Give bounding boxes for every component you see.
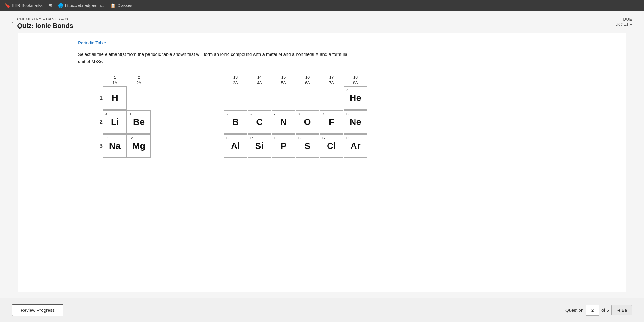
- review-progress-button[interactable]: Review Progress: [12, 304, 63, 316]
- group-header-2: 2 2A: [127, 75, 151, 86]
- element-Ne[interactable]: 10 Ne: [344, 110, 367, 134]
- table-row-1: 1 1 H: [91, 86, 367, 110]
- due-block: DUE Dec 11 –: [615, 17, 632, 26]
- url-bar[interactable]: 🌐 https://ebr.edgear.h...: [58, 3, 105, 8]
- element-Ar[interactable]: 18 Ar: [344, 134, 367, 158]
- question-text: Select all the element(s) from the perio…: [78, 51, 348, 65]
- header-left: ‹ CHEMISTRY – BANKS – 06 Quiz: Ionic Bon…: [12, 17, 73, 30]
- classes-tab[interactable]: 📋 Classes: [110, 3, 132, 8]
- element-N-cell[interactable]: 7 N: [272, 110, 295, 134]
- group-header-row: 1 1A 2 2A: [91, 75, 367, 86]
- element-O-cell[interactable]: 8 O: [296, 110, 319, 134]
- element-He[interactable]: 2 He: [344, 86, 367, 110]
- row-label-1: 1: [91, 86, 103, 110]
- periodic-table: 1 1A 2 2A: [90, 74, 614, 158]
- element-P[interactable]: 15 P: [272, 134, 295, 158]
- breadcrumb: CHEMISTRY – BANKS – 06: [17, 17, 73, 21]
- element-S-cell[interactable]: 16 S: [296, 134, 319, 158]
- group-header-1: 1 1A: [103, 75, 127, 86]
- due-date: Dec 11 –: [615, 22, 632, 26]
- question-of-total: of 5: [601, 308, 609, 313]
- element-S[interactable]: 16 S: [296, 134, 319, 158]
- classes-label: Classes: [117, 3, 132, 8]
- element-Cl-cell[interactable]: 17 Cl: [320, 134, 343, 158]
- row3-gap: [151, 134, 223, 158]
- row1-col9-empty: [296, 86, 319, 110]
- element-P-cell[interactable]: 15 P: [272, 134, 295, 158]
- element-F[interactable]: 9 F: [320, 110, 343, 134]
- periodic-table-grid: 1 1A 2 2A: [90, 74, 368, 158]
- element-N[interactable]: 7 N: [272, 110, 295, 134]
- page-header: ‹ CHEMISTRY – BANKS – 06 Quiz: Ionic Bon…: [0, 11, 644, 33]
- row1-gap: [151, 86, 223, 110]
- element-Mg-cell[interactable]: 12 Mg: [127, 134, 151, 158]
- group-header-13: 13 3A: [224, 75, 247, 86]
- main-wrapper: ‹ CHEMISTRY – BANKS – 06 Quiz: Ionic Bon…: [0, 11, 644, 322]
- element-F-cell[interactable]: 9 F: [320, 110, 343, 134]
- bookmarks-item: 🔖 EER Bookmarks: [5, 3, 43, 8]
- browser-bar: 🔖 EER Bookmarks ⊞ 🌐 https://ebr.edgear.h…: [0, 0, 644, 11]
- due-label: DUE: [615, 17, 632, 22]
- row1-col10-empty: [320, 86, 343, 110]
- element-Ne-cell[interactable]: 10 Ne: [344, 110, 367, 134]
- back-nav-button[interactable]: ◄ Ba: [611, 305, 632, 315]
- element-H[interactable]: 1 H: [103, 86, 127, 110]
- element-Al-cell[interactable]: 13 Al: [224, 134, 247, 158]
- element-Si[interactable]: 14 Si: [248, 134, 271, 158]
- element-He-cell[interactable]: 2 He: [344, 86, 367, 110]
- element-Mg[interactable]: 12 Mg: [127, 134, 151, 158]
- bookmarks-label: EER Bookmarks: [12, 3, 43, 8]
- quiz-title: Quiz: Ionic Bonds: [17, 22, 73, 30]
- element-O[interactable]: 8 O: [296, 110, 319, 134]
- row-label-2: 2: [91, 110, 103, 134]
- element-B[interactable]: 5 B: [224, 110, 247, 134]
- element-Na[interactable]: 11 Na: [103, 134, 127, 158]
- bottom-bar: Review Progress Question 2 of 5 ◄ Ba: [0, 298, 644, 322]
- element-Li-cell[interactable]: 3 Li: [103, 110, 127, 134]
- row1-col6-empty: [224, 86, 247, 110]
- row2-gap: [151, 110, 223, 134]
- row-label-3: 3: [91, 134, 103, 158]
- url-favicon: 🌐: [58, 3, 63, 8]
- element-Be-cell[interactable]: 4 Be: [127, 110, 151, 134]
- element-Cl[interactable]: 17 Cl: [320, 134, 343, 158]
- back-button[interactable]: ‹: [12, 18, 14, 26]
- element-Si-cell[interactable]: 14 Si: [248, 134, 271, 158]
- element-C-cell[interactable]: 6 C: [248, 110, 271, 134]
- classes-icon: 📋: [110, 3, 115, 8]
- header-title-block: CHEMISTRY – BANKS – 06 Quiz: Ionic Bonds: [17, 17, 73, 30]
- table-row-3: 3 11 Na 12 Mg: [91, 134, 367, 158]
- group-header-18: 18 8A: [344, 75, 367, 86]
- group-header-15: 15 5A: [272, 75, 295, 86]
- element-Na-cell[interactable]: 11 Na: [103, 134, 127, 158]
- element-Li[interactable]: 3 Li: [103, 110, 127, 134]
- content-area: Periodic Table Select all the element(s)…: [18, 33, 626, 292]
- element-Be[interactable]: 4 Be: [127, 110, 151, 134]
- periodic-table-link[interactable]: Periodic Table: [78, 40, 106, 45]
- question-label: Question: [565, 308, 583, 313]
- group-header-gap: [151, 75, 223, 86]
- bookmarks-icon: 🔖: [5, 3, 10, 8]
- element-Al[interactable]: 13 Al: [224, 134, 247, 158]
- table-row-2: 2 3 Li 4 Be: [91, 110, 367, 134]
- url-text: https://ebr.edgear.h...: [65, 3, 105, 8]
- row1-col8-empty: [272, 86, 295, 110]
- element-C[interactable]: 6 C: [248, 110, 271, 134]
- element-H-cell[interactable]: 1 H: [103, 86, 127, 110]
- question-number-display: 2: [586, 305, 599, 316]
- group-header-17: 17 7A: [320, 75, 343, 86]
- grid-icon-item: ⊞: [49, 3, 52, 8]
- row1-col7-empty: [248, 86, 271, 110]
- group-header-16: 16 6A: [296, 75, 319, 86]
- element-B-cell[interactable]: 5 B: [224, 110, 247, 134]
- row1-col2-empty: [127, 86, 151, 110]
- question-navigation: Question 2 of 5 ◄ Ba: [565, 305, 632, 316]
- element-Ar-cell[interactable]: 18 Ar: [344, 134, 367, 158]
- group-header-14: 14 4A: [248, 75, 271, 86]
